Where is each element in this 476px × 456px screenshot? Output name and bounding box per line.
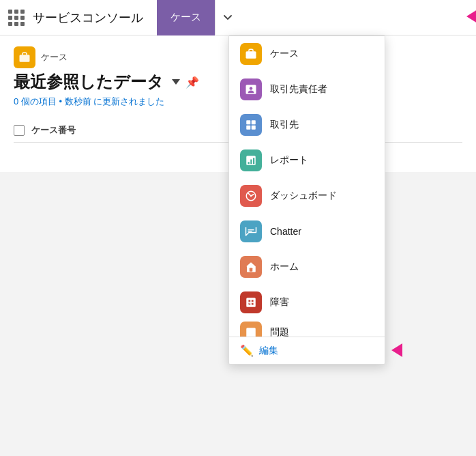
dropdown-menu: ケース 取引先責任者: [228, 35, 385, 365]
home-menu-icon: [240, 256, 262, 278]
svg-rect-1: [246, 51, 256, 59]
app-name: サービスコンソール: [33, 10, 143, 26]
svg-rect-21: [246, 328, 256, 337]
dropdown-item-dashboard[interactable]: ダッシュボード: [229, 178, 385, 214]
chatter-menu-label: Chatter: [270, 226, 301, 237]
mondai-menu-label: 問題: [270, 326, 289, 337]
report-menu-icon: [240, 149, 262, 171]
home-menu-label: ホーム: [270, 261, 299, 273]
select-all-checkbox[interactable]: [14, 125, 25, 136]
breadcrumb: ケース: [41, 51, 68, 63]
col-header-case-number: ケース番号: [31, 124, 76, 137]
dashboard-menu-label: ダッシュボード: [270, 190, 337, 202]
dropdown-item-report[interactable]: レポート: [229, 143, 385, 178]
arrow-indicator-top: [466, 10, 476, 23]
svg-rect-11: [248, 162, 250, 164]
title-dropdown-button[interactable]: [172, 79, 180, 85]
chatter-menu-icon: [240, 220, 262, 242]
svg-rect-0: [20, 55, 30, 62]
dropdown-edit-row[interactable]: ✏️ 編集: [229, 337, 385, 364]
mondai-menu-icon: [240, 322, 262, 337]
edit-pencil-icon: ✏️: [240, 344, 254, 357]
svg-rect-13: [253, 158, 254, 164]
app-launcher-icon[interactable]: [8, 10, 25, 26]
svg-rect-12: [250, 160, 252, 165]
svg-rect-6: [246, 120, 250, 124]
dropdown-scroll-area[interactable]: ケース 取引先責任者: [229, 36, 385, 337]
nav-chevron-button[interactable]: [215, 0, 239, 35]
dropdown-item-shogai[interactable]: ⚠ 障害: [229, 285, 385, 320]
case-menu-label: ケース: [270, 48, 299, 60]
dropdown-item-account[interactable]: 取引先: [229, 107, 385, 143]
svg-rect-9: [252, 126, 256, 130]
arrow-indicator-bottom: [391, 343, 402, 357]
dropdown-item-chatter[interactable]: Chatter: [229, 214, 385, 249]
svg-rect-7: [252, 120, 256, 124]
dropdown-item-home[interactable]: ホーム: [229, 249, 385, 285]
dashboard-menu-icon: [240, 185, 262, 207]
shogai-menu-label: 障害: [270, 296, 289, 309]
dropdown-item-mondai[interactable]: 問題: [229, 320, 385, 337]
dropdown-item-contact[interactable]: 取引先責任者: [229, 72, 385, 107]
pin-icon[interactable]: 📌: [185, 76, 199, 89]
contact-menu-icon: [240, 79, 262, 100]
account-menu-label: 取引先: [270, 119, 299, 131]
svg-rect-18: [250, 268, 253, 272]
svg-text:⚠: ⚠: [248, 301, 252, 307]
svg-rect-8: [246, 126, 250, 130]
case-icon: [14, 46, 35, 68]
nav-bar: サービスコンソール ケース: [0, 0, 476, 35]
case-menu-icon: [240, 43, 262, 65]
nav-tab-label: ケース: [170, 11, 201, 24]
account-menu-icon: [240, 114, 262, 136]
svg-point-15: [250, 195, 252, 197]
edit-label: 編集: [259, 345, 278, 357]
svg-point-3: [250, 87, 253, 90]
shogai-menu-icon: ⚠: [240, 291, 262, 313]
page-title: 最近参照したデータ: [14, 71, 164, 93]
contact-menu-label: 取引先責任者: [270, 83, 327, 96]
nav-tab-cases[interactable]: ケース: [157, 0, 215, 35]
dropdown-item-case[interactable]: ケース: [229, 36, 385, 72]
report-menu-label: レポート: [270, 154, 308, 167]
